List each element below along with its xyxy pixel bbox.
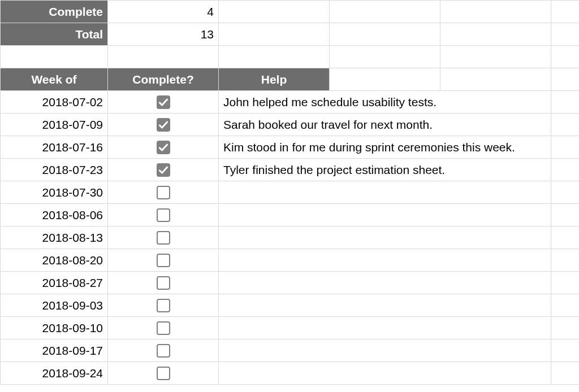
complete-cell[interactable]: [108, 204, 219, 227]
complete-cell[interactable]: [108, 114, 219, 136]
empty-cell[interactable]: [551, 1, 580, 23]
help-cell[interactable]: Sarah booked our travel for next month.: [219, 114, 551, 136]
summary-total-value[interactable]: 13: [108, 23, 219, 46]
help-cell[interactable]: [219, 249, 551, 272]
empty-cell[interactable]: [330, 46, 440, 68]
help-cell[interactable]: Kim stood in for me during sprint ceremo…: [219, 136, 551, 159]
empty-cell[interactable]: [219, 23, 330, 46]
empty-cell[interactable]: [551, 362, 580, 385]
table-row: 2018-09-24: [1, 362, 580, 385]
help-cell[interactable]: [219, 362, 551, 385]
help-cell[interactable]: [219, 339, 551, 362]
checkbox-unchecked-icon[interactable]: [157, 231, 170, 245]
week-of-cell[interactable]: 2018-08-13: [1, 227, 108, 249]
table-row: 2018-09-10: [1, 317, 580, 339]
empty-cell[interactable]: [551, 136, 580, 159]
help-cell[interactable]: [219, 204, 551, 227]
empty-cell[interactable]: [551, 114, 580, 136]
empty-cell[interactable]: [551, 68, 580, 91]
empty-cell[interactable]: [551, 204, 580, 227]
table-row: 2018-07-23Tyler finished the project est…: [1, 159, 580, 181]
checkbox-unchecked-icon[interactable]: [157, 276, 170, 290]
empty-cell[interactable]: [551, 227, 580, 249]
week-of-cell[interactable]: 2018-07-09: [1, 114, 108, 136]
help-cell[interactable]: [219, 181, 551, 204]
checkbox-unchecked-icon[interactable]: [157, 367, 170, 380]
checkbox-checked-icon[interactable]: [157, 118, 170, 132]
checkbox-unchecked-icon[interactable]: [157, 208, 170, 222]
week-of-cell[interactable]: 2018-09-03: [1, 294, 108, 317]
empty-cell[interactable]: [551, 272, 580, 294]
complete-cell[interactable]: [108, 339, 219, 362]
checkbox-checked-icon[interactable]: [157, 163, 170, 177]
complete-cell[interactable]: [108, 362, 219, 385]
empty-cell[interactable]: [551, 249, 580, 272]
header-help[interactable]: Help: [219, 68, 330, 91]
week-of-cell[interactable]: 2018-09-17: [1, 339, 108, 362]
empty-cell[interactable]: [551, 23, 580, 46]
week-of-cell[interactable]: 2018-09-24: [1, 362, 108, 385]
checkbox-checked-icon[interactable]: [157, 141, 170, 154]
complete-cell[interactable]: [108, 317, 219, 339]
empty-cell[interactable]: [440, 68, 551, 91]
empty-cell[interactable]: [440, 1, 551, 23]
table-row: 2018-07-02John helped me schedule usabil…: [1, 91, 580, 114]
checkbox-unchecked-icon[interactable]: [157, 254, 170, 267]
empty-cell[interactable]: [1, 46, 108, 68]
week-of-cell[interactable]: 2018-09-10: [1, 317, 108, 339]
empty-cell[interactable]: [330, 23, 440, 46]
blank-row: [1, 46, 580, 68]
complete-cell[interactable]: [108, 249, 219, 272]
empty-cell[interactable]: [219, 1, 330, 23]
empty-cell[interactable]: [551, 181, 580, 204]
header-week-of[interactable]: Week of: [1, 68, 108, 91]
empty-cell[interactable]: [440, 23, 551, 46]
complete-cell[interactable]: [108, 181, 219, 204]
checkbox-checked-icon[interactable]: [157, 95, 170, 109]
help-cell[interactable]: John helped me schedule usability tests.: [219, 91, 551, 114]
table-row: 2018-07-09Sarah booked our travel for ne…: [1, 114, 580, 136]
help-cell[interactable]: [219, 227, 551, 249]
complete-cell[interactable]: [108, 272, 219, 294]
week-of-cell[interactable]: 2018-07-23: [1, 159, 108, 181]
empty-cell[interactable]: [330, 68, 440, 91]
summary-complete-value[interactable]: 4: [108, 1, 219, 23]
empty-cell[interactable]: [219, 46, 330, 68]
empty-cell[interactable]: [551, 46, 580, 68]
empty-cell[interactable]: [330, 1, 440, 23]
week-of-cell[interactable]: 2018-07-02: [1, 91, 108, 114]
help-cell[interactable]: [219, 317, 551, 339]
empty-cell[interactable]: [551, 317, 580, 339]
help-cell[interactable]: [219, 272, 551, 294]
empty-cell[interactable]: [551, 294, 580, 317]
week-of-cell[interactable]: 2018-08-20: [1, 249, 108, 272]
help-cell[interactable]: Tyler finished the project estimation sh…: [219, 159, 551, 181]
table-row: 2018-07-16Kim stood in for me during spr…: [1, 136, 580, 159]
summary-complete-label[interactable]: Complete: [1, 1, 108, 23]
summary-row-total: Total 13: [1, 23, 580, 46]
empty-cell[interactable]: [551, 339, 580, 362]
week-of-cell[interactable]: 2018-08-06: [1, 204, 108, 227]
checkbox-unchecked-icon[interactable]: [157, 299, 170, 312]
empty-cell[interactable]: [551, 91, 580, 114]
week-of-cell[interactable]: 2018-07-30: [1, 181, 108, 204]
table-row: 2018-08-13: [1, 227, 580, 249]
complete-cell[interactable]: [108, 294, 219, 317]
week-of-cell[interactable]: 2018-08-27: [1, 272, 108, 294]
header-complete[interactable]: Complete?: [108, 68, 219, 91]
empty-cell[interactable]: [108, 46, 219, 68]
checkbox-unchecked-icon[interactable]: [157, 344, 170, 358]
complete-cell[interactable]: [108, 227, 219, 249]
spreadsheet-grid[interactable]: Complete 4 Total 13 Week of: [0, 0, 579, 385]
week-of-cell[interactable]: 2018-07-16: [1, 136, 108, 159]
empty-cell[interactable]: [551, 159, 580, 181]
summary-total-label[interactable]: Total: [1, 23, 108, 46]
empty-cell[interactable]: [440, 46, 551, 68]
complete-cell[interactable]: [108, 91, 219, 114]
help-cell[interactable]: [219, 294, 551, 317]
summary-row-complete: Complete 4: [1, 1, 580, 23]
checkbox-unchecked-icon[interactable]: [157, 321, 170, 335]
checkbox-unchecked-icon[interactable]: [157, 186, 170, 199]
complete-cell[interactable]: [108, 136, 219, 159]
complete-cell[interactable]: [108, 159, 219, 181]
